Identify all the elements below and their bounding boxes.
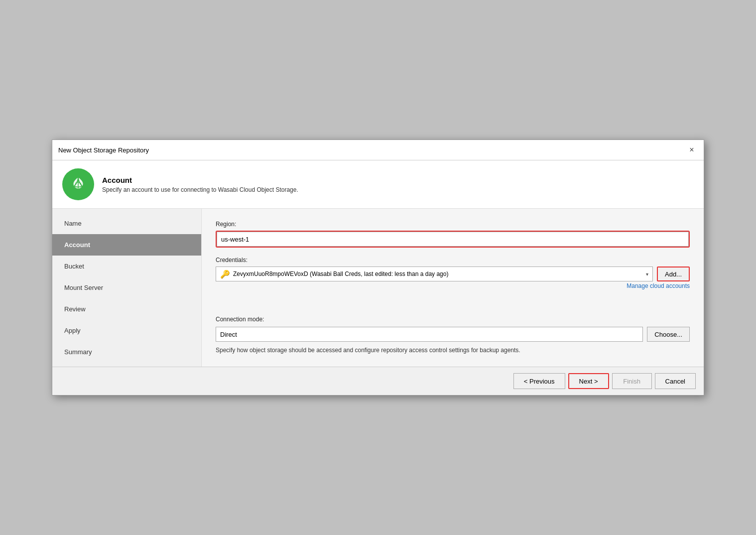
header-text: Account Specify an account to use for co… [102,176,298,193]
sidebar-item-review[interactable]: Review [52,298,201,320]
manage-cloud-accounts-link[interactable]: Manage cloud accounts [627,282,690,289]
region-label: Region: [216,221,690,228]
credentials-row: 🔑 ZevyxmUuoR8mpoWEVoxD (Wasabi Ball Cred… [216,267,690,281]
wasabi-logo [62,168,94,200]
sidebar-item-bucket[interactable]: Bucket [52,256,201,277]
choose-button[interactable]: Choose... [647,327,690,342]
finish-button[interactable]: Finish [612,373,652,389]
connection-mode-label: Connection mode: [216,316,690,323]
key-icon: 🔑 [220,269,230,279]
credentials-select[interactable]: 🔑 ZevyxmUuoR8mpoWEVoxD (Wasabi Ball Cred… [216,267,653,281]
previous-button[interactable]: < Previous [513,373,565,389]
sidebar-item-apply[interactable]: Apply [52,320,201,341]
body-area: Name Account Bucket Mount Server Review … [52,209,704,367]
wasabi-logo-icon [67,173,89,195]
sidebar: Name Account Bucket Mount Server Review … [52,209,202,367]
connection-mode-input[interactable] [216,327,643,342]
dialog: New Object Storage Repository × Account … [52,139,704,396]
cancel-button[interactable]: Cancel [655,373,696,389]
spacer [216,298,690,307]
add-button[interactable]: Add... [657,267,690,281]
credentials-label: Credentials: [216,257,690,264]
close-button[interactable]: × [686,144,698,156]
connection-hint: Specify how object storage should be acc… [216,346,690,355]
sidebar-item-mount-server[interactable]: Mount Server [52,277,201,298]
title-bar: New Object Storage Repository × [52,140,704,160]
dropdown-arrow-icon: ▾ [646,271,648,277]
connection-mode-row: Choose... [216,327,690,342]
region-input[interactable] [217,232,689,247]
header-title: Account [102,176,298,184]
header-description: Specify an account to use for connecting… [102,186,298,193]
region-input-wrapper [216,231,690,248]
region-field-group: Region: [216,221,690,248]
main-content: Region: Credentials: 🔑 ZevyxmUuoR8mpoWEV… [202,209,704,367]
sidebar-item-summary[interactable]: Summary [52,341,201,363]
footer: < Previous Next > Finish Cancel [52,367,704,395]
sidebar-item-account[interactable]: Account [52,234,201,256]
credentials-field-group: Credentials: 🔑 ZevyxmUuoR8mpoWEVoxD (Was… [216,257,690,289]
credentials-value: ZevyxmUuoR8mpoWEVoxD (Wasabi Ball Creds,… [233,270,448,277]
next-button[interactable]: Next > [568,373,609,389]
connection-section: Connection mode: Choose... Specify how o… [216,316,690,355]
dialog-title: New Object Storage Repository [58,146,149,154]
sidebar-item-name[interactable]: Name [52,213,201,234]
header-area: Account Specify an account to use for co… [52,160,704,209]
